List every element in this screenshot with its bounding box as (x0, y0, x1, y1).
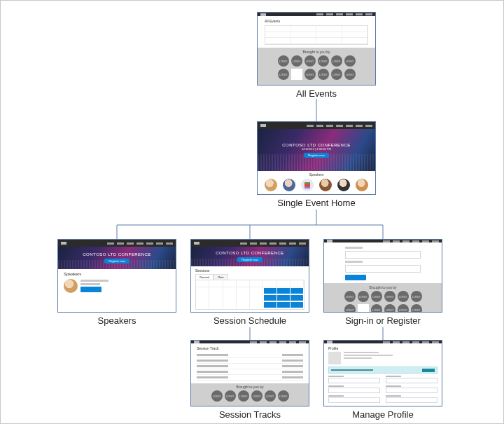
tracks-list (197, 353, 303, 381)
thumb-session-schedule[interactable]: CONTOSO LTD CONFERENCE Register now Sess… (190, 239, 309, 313)
profile-field[interactable] (328, 378, 380, 383)
profile-alert (328, 367, 438, 374)
node-single-event: CONTOSO LTD CONFERENCE 6/10/2019 | 4:00:… (257, 121, 376, 208)
avatar (283, 179, 295, 191)
thumb-signin[interactable]: Brought to you by LOGOLOGO LOGOLOGO LOGO… (323, 239, 442, 313)
node-session-schedule: CONTOSO LTD CONFERENCE Register now Sess… (190, 239, 309, 326)
caption-single-event: Single Event Home (257, 198, 376, 208)
register-button[interactable]: Register now (304, 153, 328, 158)
field-label (345, 261, 363, 263)
avatar (265, 179, 277, 191)
tracks-heading: Session Track (197, 346, 303, 350)
avatar (337, 179, 350, 191)
node-all-events: All Events Brought to you by LOGOLOGO LO… (257, 12, 376, 99)
mini-navbar (258, 122, 375, 129)
sessions-heading: Sessions (195, 268, 304, 273)
sponsor-footer: Brought to you by LOGOLOGO LOGOLOGO LOGO… (258, 48, 375, 85)
profile-form (328, 376, 438, 403)
all-events-heading: All Events (265, 19, 368, 23)
signin-button[interactable] (345, 275, 366, 280)
thumb-speakers[interactable]: CONTOSO LTD CONFERENCE Register now Spea… (57, 239, 176, 313)
schedule-tabs: General Date (195, 274, 304, 280)
avatar (301, 179, 314, 191)
caption-speakers: Speakers (57, 315, 176, 326)
speakers-heading: Speakers (64, 272, 170, 276)
node-signin: Brought to you by LOGOLOGO LOGOLOGO LOGO… (323, 239, 442, 326)
sponsor-footer: Brought to you by LOGOLOGO LOGOLOGO LOGO… (324, 283, 442, 313)
sitemap-diagram: All Events Brought to you by LOGOLOGO LO… (0, 0, 504, 424)
microsoft-logo-icon (291, 69, 302, 80)
profile-field[interactable] (386, 397, 438, 403)
sponsor-footer: Brought to you by LOGOLOGO LOGOLOGO LOGO… (191, 383, 309, 406)
avatar (356, 179, 368, 191)
thumb-all-events[interactable]: All Events Brought to you by LOGOLOGO LO… (257, 12, 376, 86)
username-field[interactable] (345, 251, 421, 259)
profile-field[interactable] (386, 388, 438, 393)
node-speakers: CONTOSO LTD CONFERENCE Register now Spea… (57, 239, 176, 326)
session-blocks (263, 287, 304, 309)
thumb-manage-profile[interactable]: Profile (323, 340, 442, 406)
alert-action-button[interactable] (422, 369, 435, 372)
tab-general[interactable]: General (195, 274, 214, 280)
profile-photo (328, 352, 341, 364)
field-label (345, 247, 363, 249)
caption-session-tracks: Session Tracks (190, 409, 309, 420)
profile-field[interactable] (328, 397, 380, 403)
mini-navbar (58, 240, 176, 247)
events-table (265, 25, 368, 45)
profile-heading: Profile (328, 346, 438, 350)
avatar (319, 179, 332, 191)
speakers-section-label: Speakers (258, 171, 375, 177)
microsoft-logo-icon (358, 304, 369, 313)
profile-field[interactable] (386, 378, 438, 383)
mini-navbar (191, 240, 309, 247)
avatar (64, 279, 78, 293)
hero-subtitle: 6/10/2019 | 4:00:00 PM (302, 147, 331, 151)
node-manage-profile: Profile (323, 340, 442, 420)
password-field[interactable] (345, 265, 421, 273)
view-speaker-button[interactable] (80, 287, 102, 292)
thumb-session-tracks[interactable]: Session Track Brought to you by LOGOLOGO… (190, 340, 309, 406)
tab-date[interactable]: Date (214, 274, 227, 280)
schedule-grid (195, 280, 304, 310)
caption-all-events: All Events (257, 88, 376, 99)
thumb-single-event[interactable]: CONTOSO LTD CONFERENCE 6/10/2019 | 4:00:… (257, 121, 376, 195)
caption-signin: Sign-in or Register (323, 315, 442, 326)
profile-field[interactable] (328, 388, 380, 393)
speaker-avatars (258, 177, 375, 194)
speaker-card (64, 279, 170, 293)
caption-session-schedule: Session Schedule (190, 315, 309, 326)
caption-manage-profile: Manage Profile (323, 409, 442, 420)
node-session-tracks: Session Track Brought to you by LOGOLOGO… (190, 340, 309, 420)
